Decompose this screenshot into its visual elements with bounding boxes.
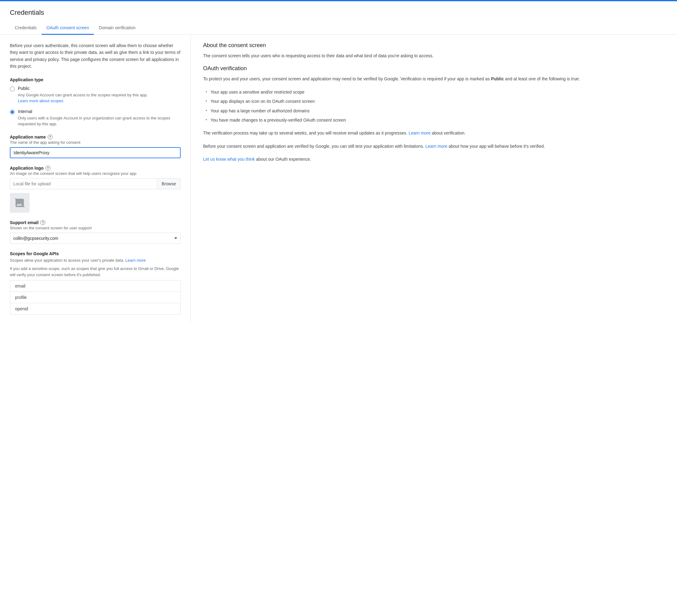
tab-oauth-consent[interactable]: OAuth consent screen: [42, 21, 94, 35]
file-upload-row: Browse: [10, 178, 181, 189]
learn-more-scopes-link[interactable]: Learn more about scopes: [18, 98, 63, 103]
application-type-label: Application type: [10, 77, 181, 82]
intro-description: Before your users authenticate, this con…: [10, 42, 181, 70]
file-path-input[interactable]: [10, 178, 157, 189]
tab-domain-verification[interactable]: Domain verification: [94, 21, 140, 35]
internal-option: Internal Only users with a Google Accoun…: [10, 109, 181, 127]
scopes-table: email profile openid: [10, 280, 181, 315]
consent-screen-text: The consent screen tells your users who …: [203, 52, 665, 59]
table-row: profile: [10, 292, 181, 303]
application-name-input[interactable]: [10, 147, 181, 158]
public-option-content: Public Any Google Account can grant acce…: [18, 86, 148, 104]
internal-description: Only users with a Google Account in your…: [18, 115, 181, 127]
internal-option-content: Internal Only users with a Google Accoun…: [18, 109, 181, 127]
table-row: openid: [10, 303, 181, 315]
page-title: Credentials: [10, 9, 667, 16]
scopes-description: Scopes allow your application to access …: [10, 257, 181, 264]
public-label: Public: [18, 86, 148, 91]
scope-profile: profile: [10, 292, 181, 303]
oauth-verification-title: OAuth verification: [203, 65, 665, 72]
learn-more-verification-link[interactable]: Learn more: [409, 131, 431, 135]
support-email-sublabel: Shown on the consent screen for user sup…: [10, 226, 181, 230]
scopes-section: Scopes for Google APIs Scopes allow your…: [10, 251, 181, 315]
bullet-list: Your app uses a sensitive and/or restric…: [206, 89, 665, 124]
application-logo-field: Application logo ? An image on the conse…: [10, 166, 181, 213]
support-email-select-wrapper: collin@gcpsecurity.com: [10, 233, 181, 244]
page-header: Credentials Credentials OAuth consent sc…: [0, 1, 677, 35]
internal-radio[interactable]: [10, 109, 15, 115]
application-name-sublabel: The name of the app asking for consent: [10, 140, 181, 145]
application-logo-label: Application logo ?: [10, 166, 181, 171]
tab-bar: Credentials OAuth consent screen Domain …: [10, 21, 667, 35]
scopes-learn-more-link[interactable]: Learn more: [125, 258, 145, 263]
application-logo-sublabel: An image on the consent screen that will…: [10, 171, 181, 176]
public-description: Any Google Account can grant access to t…: [18, 92, 148, 104]
support-email-help-icon[interactable]: ?: [40, 220, 45, 225]
application-name-field: Application name ? The name of the app a…: [10, 135, 181, 158]
internal-label: Internal: [18, 109, 181, 114]
list-item: Your app displays an icon on its OAuth c…: [206, 98, 665, 105]
right-panel: About the consent screen The consent scr…: [191, 35, 677, 322]
scope-email: email: [10, 280, 181, 292]
scopes-description2: If you add a sensitive scope, such as sc…: [10, 266, 181, 278]
application-name-label: Application name ?: [10, 135, 181, 139]
list-item: Your app has a large number of authorize…: [206, 107, 665, 114]
table-row: email: [10, 280, 181, 292]
application-name-help-icon[interactable]: ?: [48, 135, 53, 139]
oauth-experience-text: Let us know what you think about our OAu…: [203, 156, 665, 163]
content-area: Before your users authenticate, this con…: [0, 35, 677, 322]
support-email-label: Support email ?: [10, 220, 181, 225]
oauth-verification-intro: To protect you and your users, your cons…: [203, 76, 665, 82]
testing-text: Before your consent screen and applicati…: [203, 143, 665, 149]
verification-process-text: The verification process may take up to …: [203, 130, 665, 136]
left-panel: Before your users authenticate, this con…: [0, 35, 191, 322]
tab-credentials[interactable]: Credentials: [10, 21, 42, 35]
public-option: Public Any Google Account can grant acce…: [10, 86, 181, 104]
learn-more-testing-link[interactable]: Learn more: [425, 144, 447, 149]
list-item: You have made changes to a previously-ve…: [206, 117, 665, 124]
support-email-select[interactable]: collin@gcpsecurity.com: [10, 233, 181, 244]
browse-button[interactable]: Browse: [157, 178, 181, 189]
support-email-field: Support email ? Shown on the consent scr…: [10, 220, 181, 244]
no-image-icon: [14, 197, 25, 208]
public-radio[interactable]: [10, 87, 15, 91]
logo-preview: [10, 193, 30, 213]
scopes-header: Scopes for Google APIs: [10, 251, 181, 256]
list-item: Your app uses a sensitive and/or restric…: [206, 89, 665, 95]
application-logo-help-icon[interactable]: ?: [46, 166, 50, 171]
scope-openid: openid: [10, 303, 181, 315]
consent-screen-title: About the consent screen: [203, 42, 665, 49]
application-type-section: Application type Public Any Google Accou…: [10, 77, 181, 127]
let-us-know-link[interactable]: Let us know what you think: [203, 157, 255, 162]
